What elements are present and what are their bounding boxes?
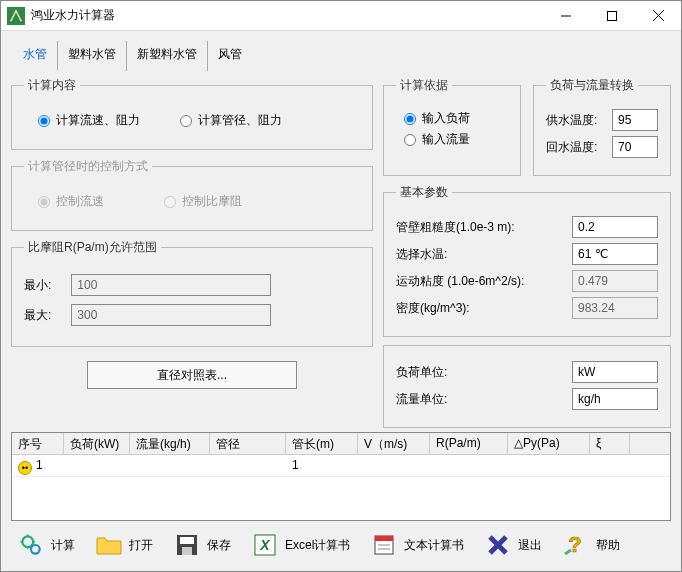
svg-rect-16 bbox=[375, 536, 393, 541]
save-label: 保存 bbox=[207, 537, 231, 554]
calc-basis-legend: 计算依据 bbox=[396, 77, 452, 94]
gear-icon bbox=[17, 531, 45, 559]
viscosity-input bbox=[572, 270, 658, 292]
left-column: 计算内容 计算流速、阻力 计算管径、阻力 计算管径时的控制方式 控制流速 控制比… bbox=[11, 77, 373, 428]
friction-range-group: 比摩阻R(Pa/m)允许范围 最小: 最大: bbox=[11, 239, 373, 347]
tab-plastic-pipe[interactable]: 塑料水管 bbox=[58, 41, 127, 71]
title-bar: 鸿业水力计算器 bbox=[1, 1, 681, 31]
calc-label: 计算 bbox=[51, 537, 75, 554]
save-button[interactable]: 保存 bbox=[167, 527, 237, 563]
load-unit-input[interactable] bbox=[572, 361, 658, 383]
tab-air-duct[interactable]: 风管 bbox=[208, 41, 252, 71]
density-input bbox=[572, 297, 658, 319]
gh-dpy[interactable]: △Py(Pa) bbox=[508, 433, 590, 454]
gh-index[interactable]: 序号 bbox=[12, 433, 64, 454]
basic-params-legend: 基本参数 bbox=[396, 184, 452, 201]
return-temp-input[interactable] bbox=[612, 136, 658, 158]
diameter-table-button[interactable]: 直径对照表... bbox=[87, 361, 297, 389]
max-input[interactable] bbox=[71, 304, 271, 326]
table-row[interactable]: ••1 1 bbox=[12, 455, 670, 477]
units-group: 负荷单位: 流量单位: bbox=[383, 345, 671, 428]
gh-r[interactable]: R(Pa/m) bbox=[430, 433, 508, 454]
svg-rect-1 bbox=[608, 11, 617, 20]
excel-button[interactable]: X Excel计算书 bbox=[245, 527, 356, 563]
exit-label: 退出 bbox=[518, 537, 542, 554]
flow-unit-input[interactable] bbox=[572, 388, 658, 410]
maximize-button[interactable] bbox=[589, 1, 635, 31]
tab-new-plastic-pipe[interactable]: 新塑料水管 bbox=[127, 41, 208, 71]
svg-text:?: ? bbox=[569, 532, 582, 557]
tab-water-pipe[interactable]: 水管 bbox=[13, 41, 58, 71]
friction-range-legend: 比摩阻R(Pa/m)允许范围 bbox=[24, 239, 161, 256]
excel-icon: X bbox=[251, 531, 279, 559]
cell-load[interactable] bbox=[64, 455, 130, 476]
flow-unit-label: 流量单位: bbox=[396, 391, 447, 408]
app-icon bbox=[7, 7, 25, 25]
cell-r[interactable] bbox=[430, 455, 508, 476]
calc-content-group: 计算内容 计算流速、阻力 计算管径、阻力 bbox=[11, 77, 373, 150]
cell-length[interactable]: 1 bbox=[286, 455, 358, 476]
cell-xi[interactable] bbox=[590, 455, 630, 476]
svg-rect-12 bbox=[182, 547, 192, 555]
return-temp-label: 回水温度: bbox=[546, 139, 597, 156]
exit-button[interactable]: 退出 bbox=[478, 527, 548, 563]
radio-calc-flow[interactable]: 计算流速、阻力 bbox=[38, 112, 140, 129]
roughness-label: 管壁粗糙度(1.0e-3 m): bbox=[396, 219, 515, 236]
gh-diam[interactable]: 管径 bbox=[210, 433, 286, 454]
row-status-icon: •• bbox=[18, 461, 32, 475]
grid-header: 序号 负荷(kW) 流量(kg/h) 管径 管长(m) V（m/s) R(Pa/… bbox=[12, 433, 670, 455]
text-label: 文本计算书 bbox=[404, 537, 464, 554]
svg-point-5 bbox=[31, 545, 40, 554]
svg-line-3 bbox=[653, 10, 664, 21]
help-icon: ? bbox=[562, 531, 590, 559]
main-body: 计算内容 计算流速、阻力 计算管径、阻力 计算管径时的控制方式 控制流速 控制比… bbox=[1, 71, 681, 432]
cell-v[interactable] bbox=[358, 455, 430, 476]
app-window: 鸿业水力计算器 水管 塑料水管 新塑料水管 风管 计算内容 计算流速、阻力 计算… bbox=[0, 0, 682, 572]
cell-index: 1 bbox=[36, 458, 43, 472]
floppy-icon bbox=[173, 531, 201, 559]
diameter-control-group: 计算管径时的控制方式 控制流速 控制比摩阻 bbox=[11, 158, 373, 231]
open-button[interactable]: 打开 bbox=[89, 527, 159, 563]
water-temp-input[interactable] bbox=[572, 243, 658, 265]
right-column: 计算依据 输入负荷 输入流量 负荷与流量转换 供水温度: 回水温度: 基本参数 … bbox=[383, 77, 671, 428]
exit-icon bbox=[484, 531, 512, 559]
folder-icon bbox=[95, 531, 123, 559]
gh-xi[interactable]: ξ bbox=[590, 433, 630, 454]
radio-input-load[interactable]: 输入负荷 bbox=[404, 110, 470, 127]
supply-temp-input[interactable] bbox=[612, 109, 658, 131]
cell-dpy[interactable] bbox=[508, 455, 590, 476]
svg-rect-11 bbox=[180, 537, 194, 544]
close-button[interactable] bbox=[635, 1, 681, 31]
load-convert-legend: 负荷与流量转换 bbox=[546, 77, 638, 94]
max-label: 最大: bbox=[24, 307, 51, 324]
calc-content-legend: 计算内容 bbox=[24, 77, 80, 94]
radio-input-flow[interactable]: 输入流量 bbox=[404, 131, 470, 148]
window-controls bbox=[543, 1, 681, 31]
svg-line-2 bbox=[653, 10, 664, 21]
gh-v[interactable]: V（m/s) bbox=[358, 433, 430, 454]
viscosity-label: 运动粘度 (1.0e-6m^2/s): bbox=[396, 273, 524, 290]
diameter-control-legend: 计算管径时的控制方式 bbox=[24, 158, 152, 175]
results-grid[interactable]: 序号 负荷(kW) 流量(kg/h) 管径 管长(m) V（m/s) R(Pa/… bbox=[11, 432, 671, 521]
gh-length[interactable]: 管长(m) bbox=[286, 433, 358, 454]
cell-flow[interactable] bbox=[130, 455, 210, 476]
help-button[interactable]: ? 帮助 bbox=[556, 527, 626, 563]
open-label: 打开 bbox=[129, 537, 153, 554]
gh-flow[interactable]: 流量(kg/h) bbox=[130, 433, 210, 454]
min-label: 最小: bbox=[24, 277, 51, 294]
radio-control-speed: 控制流速 bbox=[38, 193, 104, 210]
calc-button[interactable]: 计算 bbox=[11, 527, 81, 563]
radio-calc-diameter[interactable]: 计算管径、阻力 bbox=[180, 112, 282, 129]
window-title: 鸿业水力计算器 bbox=[31, 7, 543, 24]
roughness-input[interactable] bbox=[572, 216, 658, 238]
radio-control-friction: 控制比摩阻 bbox=[164, 193, 242, 210]
load-unit-label: 负荷单位: bbox=[396, 364, 447, 381]
svg-text:X: X bbox=[259, 537, 271, 553]
min-input[interactable] bbox=[71, 274, 271, 296]
help-label: 帮助 bbox=[596, 537, 620, 554]
minimize-button[interactable] bbox=[543, 1, 589, 31]
gh-load[interactable]: 负荷(kW) bbox=[64, 433, 130, 454]
cell-diam[interactable] bbox=[210, 455, 286, 476]
excel-label: Excel计算书 bbox=[285, 537, 350, 554]
text-button[interactable]: 文本计算书 bbox=[364, 527, 470, 563]
